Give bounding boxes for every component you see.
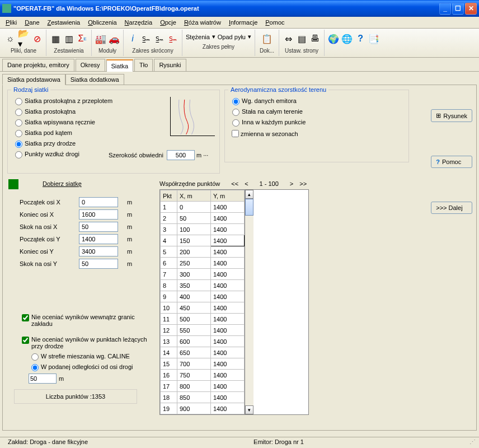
resize-grip[interactable]: ⋰ bbox=[469, 438, 476, 447]
scroll-up[interactable]: ▴ bbox=[245, 190, 253, 199]
table-row[interactable]: 104501400 bbox=[161, 302, 245, 314]
dalej-button[interactable]: >>> Dalej bbox=[431, 202, 472, 214]
table-row[interactable]: 83501400 bbox=[161, 280, 245, 291]
obwiedni-input[interactable] bbox=[167, 150, 195, 160]
rodzaj-radio-4[interactable] bbox=[15, 141, 22, 148]
table-row[interactable]: 31001400 bbox=[161, 224, 245, 235]
pomoc-button[interactable]: ?Pomoc bbox=[431, 156, 472, 168]
rodzaj-radio-5[interactable] bbox=[15, 151, 22, 158]
nav-prev[interactable]: < bbox=[242, 180, 250, 187]
scroll-down[interactable]: ▾ bbox=[245, 405, 253, 414]
table-row[interactable]: 178001400 bbox=[161, 381, 245, 392]
table-row[interactable]: 188501400 bbox=[161, 392, 245, 403]
close-button[interactable]: ✕ bbox=[465, 3, 477, 15]
rysunek-button[interactable]: ⊞Rysunek bbox=[431, 109, 472, 122]
width-icon[interactable]: ⇔ bbox=[283, 33, 294, 44]
nav-last[interactable]: >> bbox=[297, 180, 309, 187]
toolbar-group-help: 🌍 🌐 ? 📑 bbox=[325, 30, 383, 56]
table-row[interactable]: 199001400 bbox=[161, 403, 245, 414]
axis-input-4[interactable] bbox=[79, 246, 118, 256]
info-icon[interactable]: i bbox=[127, 33, 138, 44]
table-icon[interactable]: ▦ bbox=[50, 33, 61, 44]
smm1-icon[interactable]: S̲ₘ bbox=[140, 33, 152, 44]
table-row[interactable]: 136001400 bbox=[161, 336, 245, 347]
scroll-thumb[interactable] bbox=[245, 199, 253, 216]
fieldset-aero: Aerodynamiczna szorstkość terenu Wg. dan… bbox=[224, 90, 409, 162]
dist-input[interactable] bbox=[29, 374, 57, 384]
maximize-button[interactable]: ☐ bbox=[452, 3, 464, 15]
rodzaj-radio-1[interactable] bbox=[15, 109, 22, 116]
chimney-icon[interactable]: 🏭 bbox=[95, 33, 106, 44]
globe-icon[interactable]: 🌍 bbox=[328, 33, 339, 44]
tab-1[interactable]: Okresy bbox=[76, 59, 105, 71]
nav-first[interactable]: << bbox=[229, 180, 241, 187]
axis-input-5[interactable] bbox=[79, 259, 118, 269]
menu-zestawienia[interactable]: Zestawienia bbox=[44, 18, 84, 27]
dobierz-link[interactable]: Dobierz siatkę bbox=[43, 180, 82, 187]
tab-3[interactable]: Tło bbox=[134, 59, 153, 71]
sun-icon[interactable]: ☼ bbox=[4, 33, 16, 44]
stezenia-dropdown[interactable]: Stężenia bbox=[186, 34, 210, 40]
table-row[interactable]: 62501400 bbox=[161, 258, 245, 269]
table-row[interactable]: 146501400 bbox=[161, 347, 245, 358]
menu-pomoc[interactable]: Pomoc bbox=[262, 18, 288, 27]
minimize-button[interactable]: _ bbox=[439, 3, 451, 15]
radio-caline[interactable] bbox=[31, 353, 39, 361]
table-row[interactable]: 2501400 bbox=[161, 213, 245, 224]
check-drodze[interactable] bbox=[22, 337, 29, 344]
table-row[interactable]: 41501400 bbox=[161, 235, 245, 246]
axis-input-1[interactable] bbox=[79, 209, 118, 220]
menu-informacje[interactable]: Informacje bbox=[226, 18, 261, 27]
help-icon[interactable]: ? bbox=[355, 33, 366, 44]
table-row[interactable]: 73001400 bbox=[161, 269, 245, 280]
menu-obliczenia[interactable]: Obliczenia bbox=[84, 18, 120, 27]
table-row[interactable]: 115001400 bbox=[161, 314, 245, 325]
page-icon[interactable]: ▤ bbox=[296, 33, 307, 44]
subtab-1[interactable]: Siatka dodatkowa bbox=[65, 74, 124, 85]
aero-radio-1[interactable] bbox=[232, 109, 240, 116]
menu-róża wiatrów[interactable]: Róża wiatrów bbox=[181, 18, 224, 27]
toolbar-group-files: ☼ 📂▾ ⊘ Pliki, dane bbox=[1, 30, 46, 56]
menu-dane[interactable]: Dane bbox=[21, 18, 43, 27]
axis-input-2[interactable] bbox=[79, 222, 118, 232]
doc-icon[interactable]: 📋 bbox=[261, 33, 273, 44]
axis-input-3[interactable] bbox=[79, 234, 118, 244]
green-square-icon bbox=[8, 179, 18, 189]
tab-2[interactable]: Siatka bbox=[106, 59, 134, 72]
rodzaj-radio-2[interactable] bbox=[15, 119, 22, 127]
rodzaj-radio-3[interactable] bbox=[15, 130, 22, 137]
car-icon[interactable]: 🚗 bbox=[109, 33, 120, 44]
nav-next[interactable]: > bbox=[288, 180, 295, 187]
table-row[interactable]: 52001400 bbox=[161, 246, 245, 258]
table-row[interactable]: 157001400 bbox=[161, 358, 245, 370]
folder-open-icon[interactable]: 📂▾ bbox=[18, 33, 29, 44]
globe2-icon[interactable]: 🌐 bbox=[341, 33, 353, 44]
aero-radio-2[interactable] bbox=[232, 119, 240, 127]
table-row[interactable]: 101400 bbox=[161, 202, 245, 213]
tab-4[interactable]: Rysunki bbox=[154, 59, 186, 71]
menu-opcje[interactable]: Opcje bbox=[157, 18, 180, 27]
aero-radio-0[interactable] bbox=[232, 98, 240, 105]
table-row[interactable]: 125501400 bbox=[161, 325, 245, 336]
table2-icon[interactable]: ▥ bbox=[63, 33, 74, 44]
table-row[interactable]: 94001400 bbox=[161, 291, 245, 302]
table-row[interactable]: 167501400 bbox=[161, 370, 245, 381]
radio-odleglosc[interactable] bbox=[31, 364, 39, 371]
subtab-0[interactable]: Siatka podstawowa bbox=[2, 74, 65, 85]
scrollbar[interactable]: ▴ ▾ bbox=[245, 190, 253, 414]
print-icon[interactable]: 🖶 bbox=[309, 33, 321, 44]
exit-icon[interactable]: 📑 bbox=[368, 33, 379, 44]
sigma-icon[interactable]: ΣE bbox=[77, 33, 88, 44]
smm3-icon[interactable]: S̲ₘ bbox=[167, 33, 179, 44]
aero-seasons-checkbox[interactable] bbox=[232, 130, 239, 137]
smm2-icon[interactable]: S̲ₘ bbox=[154, 33, 165, 44]
coords-table[interactable]: PktX, mY, m10140025014003100140041501400… bbox=[159, 189, 309, 415]
tab-0[interactable]: Dane projektu, emitory bbox=[2, 59, 74, 71]
check-wewnatrz[interactable] bbox=[22, 314, 29, 321]
forbidden-icon[interactable]: ⊘ bbox=[31, 33, 43, 44]
menu-pliki[interactable]: Pliki bbox=[2, 18, 20, 27]
axis-input-0[interactable] bbox=[79, 197, 118, 207]
opad-dropdown[interactable]: Opad pyłu bbox=[218, 34, 246, 40]
rodzaj-radio-0[interactable] bbox=[15, 98, 22, 105]
menu-narzędzia[interactable]: Narzędzia bbox=[121, 18, 156, 27]
